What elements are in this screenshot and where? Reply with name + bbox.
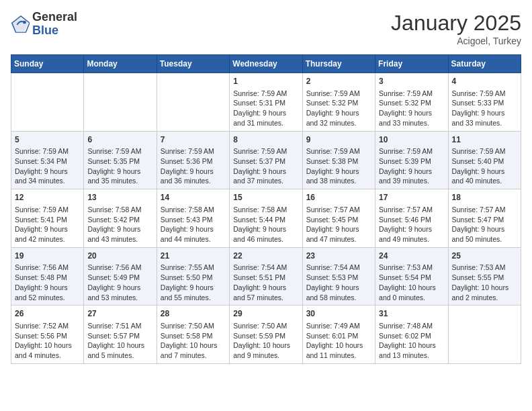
day-info: Sunset: 5:53 PM [306, 273, 371, 283]
calendar-cell [11, 73, 84, 132]
day-number: 7 [161, 134, 226, 146]
day-info: Daylight: 9 hours [233, 283, 298, 293]
day-info: and 11 minutes. [306, 351, 371, 361]
day-info: and 46 minutes. [233, 234, 298, 244]
weekday-header-saturday: Saturday [448, 55, 521, 73]
logo-icon [11, 15, 30, 34]
day-number: 3 [379, 76, 444, 87]
calendar-cell: 5Sunrise: 7:59 AMSunset: 5:34 PMDaylight… [11, 131, 84, 189]
day-info: Daylight: 9 hours [233, 167, 298, 177]
day-info: and 50 minutes. [452, 234, 517, 244]
day-number: 25 [452, 250, 517, 262]
day-info: Sunset: 5:35 PM [87, 156, 152, 167]
day-info: Sunset: 5:40 PM [452, 156, 517, 167]
day-number: 13 [87, 192, 152, 203]
logo-blue: Blue [32, 24, 77, 38]
calendar-cell: 9Sunrise: 7:59 AMSunset: 5:38 PMDaylight… [302, 131, 375, 189]
day-info: Sunrise: 7:48 AM [379, 321, 444, 331]
day-info: and 58 minutes. [306, 293, 371, 303]
svg-point-2 [23, 21, 26, 24]
logo: General Blue [11, 11, 77, 38]
day-info: Sunrise: 7:59 AM [161, 146, 226, 156]
day-info: Sunrise: 7:59 AM [87, 146, 152, 156]
day-info: and 47 minutes. [306, 234, 371, 244]
day-info: Sunrise: 7:54 AM [233, 263, 298, 273]
day-info: Sunset: 5:42 PM [87, 215, 152, 225]
day-info: and 57 minutes. [233, 293, 298, 303]
day-info: Daylight: 9 hours [306, 167, 371, 177]
day-info: Sunset: 5:46 PM [379, 215, 444, 225]
day-number: 10 [379, 134, 444, 146]
day-info: Daylight: 9 hours [161, 224, 226, 234]
day-number: 22 [233, 250, 298, 262]
day-info: and 32 minutes. [306, 118, 371, 128]
weekday-header-sunday: Sunday [11, 55, 84, 73]
day-number: 15 [233, 192, 298, 203]
day-number: 2 [306, 76, 371, 87]
day-info: and 36 minutes. [161, 176, 226, 186]
day-number: 9 [306, 134, 371, 146]
day-info: Sunrise: 7:57 AM [306, 205, 371, 215]
day-info: and 55 minutes. [161, 293, 226, 303]
day-info: Daylight: 10 hours [452, 283, 517, 293]
day-info: Daylight: 9 hours [452, 108, 517, 118]
calendar-cell: 13Sunrise: 7:58 AMSunset: 5:42 PMDayligh… [84, 189, 157, 248]
day-info: Daylight: 9 hours [233, 224, 298, 234]
day-number: 18 [452, 192, 517, 203]
day-info: Sunrise: 7:56 AM [87, 263, 152, 273]
day-info: Daylight: 9 hours [161, 167, 226, 177]
day-info: and 43 minutes. [87, 234, 152, 244]
day-number: 17 [379, 192, 444, 203]
logo-text: General Blue [32, 11, 77, 38]
day-info: Sunrise: 7:57 AM [452, 205, 517, 215]
month-title: January 2025 [391, 11, 521, 36]
calendar-week-row: 1Sunrise: 7:59 AMSunset: 5:31 PMDaylight… [11, 73, 521, 132]
day-info: Sunrise: 7:52 AM [15, 321, 80, 331]
day-number: 6 [87, 134, 152, 146]
day-info: Daylight: 9 hours [379, 108, 444, 118]
day-info: Sunrise: 7:58 AM [161, 205, 226, 215]
day-number: 29 [233, 308, 298, 320]
day-info: Sunrise: 7:59 AM [306, 146, 371, 156]
day-number: 11 [452, 134, 517, 146]
day-info: Daylight: 9 hours [233, 108, 298, 118]
day-info: and 33 minutes. [379, 118, 444, 128]
day-number: 12 [15, 192, 80, 203]
calendar-cell: 21Sunrise: 7:55 AMSunset: 5:50 PMDayligh… [157, 247, 229, 306]
day-info: Sunrise: 7:50 AM [233, 321, 298, 331]
day-info: Sunrise: 7:50 AM [161, 321, 226, 331]
calendar-week-row: 5Sunrise: 7:59 AMSunset: 5:34 PMDaylight… [11, 131, 521, 189]
day-info: Sunset: 5:33 PM [452, 98, 517, 108]
day-info: Sunrise: 7:59 AM [452, 146, 517, 156]
calendar-cell: 30Sunrise: 7:49 AMSunset: 6:01 PMDayligh… [302, 306, 375, 364]
day-info: Daylight: 10 hours [379, 283, 444, 293]
day-info: Sunrise: 7:59 AM [379, 89, 444, 99]
day-number: 23 [306, 250, 371, 262]
day-info: and 13 minutes. [379, 351, 444, 361]
logo-general: General [32, 11, 77, 24]
day-number: 4 [452, 76, 517, 87]
calendar-cell: 11Sunrise: 7:59 AMSunset: 5:40 PMDayligh… [448, 131, 521, 189]
calendar-cell: 19Sunrise: 7:56 AMSunset: 5:48 PMDayligh… [11, 247, 84, 306]
day-info: Sunrise: 7:59 AM [15, 205, 80, 215]
day-info: Sunset: 5:43 PM [161, 215, 226, 225]
day-info: Sunset: 5:50 PM [161, 273, 226, 283]
day-number: 5 [15, 134, 80, 146]
day-info: Sunrise: 7:59 AM [306, 89, 371, 99]
day-info: and 39 minutes. [379, 176, 444, 186]
calendar-week-row: 12Sunrise: 7:59 AMSunset: 5:41 PMDayligh… [11, 189, 521, 248]
weekday-header-row: SundayMondayTuesdayWednesdayThursdayFrid… [11, 55, 521, 73]
calendar-cell: 20Sunrise: 7:56 AMSunset: 5:49 PMDayligh… [84, 247, 157, 306]
day-info: and 38 minutes. [306, 176, 371, 186]
calendar-table: SundayMondayTuesdayWednesdayThursdayFrid… [11, 54, 521, 364]
day-number: 16 [306, 192, 371, 203]
weekday-header-monday: Monday [84, 55, 157, 73]
day-info: and 2 minutes. [452, 293, 517, 303]
day-info: Sunset: 5:54 PM [379, 273, 444, 283]
day-info: Daylight: 10 hours [161, 340, 226, 351]
day-info: Daylight: 10 hours [233, 340, 298, 351]
calendar-cell: 3Sunrise: 7:59 AMSunset: 5:32 PMDaylight… [375, 73, 448, 132]
calendar-cell: 8Sunrise: 7:59 AMSunset: 5:37 PMDaylight… [230, 131, 302, 189]
day-number: 26 [15, 308, 80, 320]
day-info: Sunrise: 7:51 AM [87, 321, 152, 331]
